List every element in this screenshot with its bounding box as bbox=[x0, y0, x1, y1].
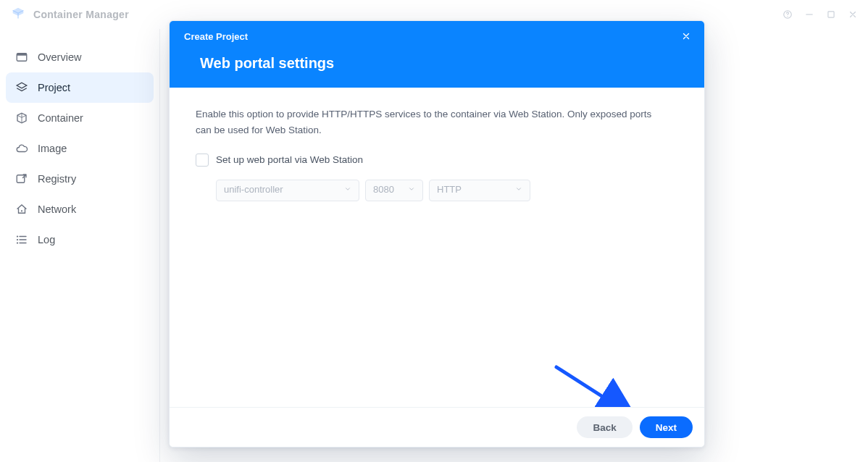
modal-footer: Back Next bbox=[170, 407, 704, 447]
next-button[interactable]: Next bbox=[640, 416, 693, 438]
sidebar-item-label: Registry bbox=[38, 173, 76, 185]
sidebar-item-label: Network bbox=[38, 203, 76, 215]
button-label: Back bbox=[593, 422, 616, 433]
modal-description: Enable this option to provide HTTP/HTTPS… bbox=[196, 106, 659, 138]
sidebar-item-overview[interactable]: Overview bbox=[6, 42, 154, 72]
overview-icon bbox=[14, 50, 29, 64]
sidebar-item-image[interactable]: Image bbox=[6, 133, 154, 164]
svg-rect-2 bbox=[806, 14, 812, 14]
svg-rect-3 bbox=[828, 12, 834, 17]
app-logo-icon bbox=[10, 7, 26, 22]
sidebar-item-label: Overview bbox=[38, 51, 81, 63]
port-select[interactable]: 8080 bbox=[365, 180, 423, 201]
webportal-selects: unifi-controller 8080 HTTP bbox=[216, 180, 678, 201]
svg-point-1 bbox=[787, 16, 788, 17]
home-network-icon bbox=[14, 202, 29, 217]
checkbox-label: Set up web portal via Web Station bbox=[216, 152, 363, 168]
select-value: HTTP bbox=[437, 182, 462, 198]
sidebar-item-network[interactable]: Network bbox=[6, 194, 154, 224]
modal-header: Create Project Web portal settings bbox=[170, 21, 704, 88]
modal-title: Web portal settings bbox=[200, 55, 690, 72]
minimize-icon[interactable] bbox=[804, 9, 814, 20]
svg-rect-6 bbox=[17, 175, 25, 183]
select-value: 8080 bbox=[373, 182, 394, 198]
sidebar-item-registry[interactable]: Registry bbox=[6, 164, 154, 194]
modal-close-button[interactable] bbox=[678, 28, 694, 44]
sidebar-item-label: Image bbox=[38, 143, 67, 154]
wizard-modal: Create Project Web portal settings Enabl… bbox=[169, 20, 705, 448]
svg-point-9 bbox=[17, 239, 18, 240]
window-controls bbox=[783, 9, 858, 20]
close-icon[interactable] bbox=[848, 9, 858, 20]
maximize-icon[interactable] bbox=[826, 9, 836, 20]
layers-icon bbox=[14, 80, 29, 95]
content-area: Create Project Web portal settings Enabl… bbox=[159, 29, 868, 462]
svg-point-8 bbox=[17, 235, 18, 237]
modal-breadcrumb: Create Project bbox=[184, 31, 690, 42]
protocol-select[interactable]: HTTP bbox=[429, 180, 530, 201]
checkbox-icon[interactable] bbox=[196, 154, 209, 167]
webportal-checkbox-row[interactable]: Set up web portal via Web Station bbox=[196, 152, 678, 168]
app-title: Container Manager bbox=[33, 9, 129, 20]
sidebar-item-project[interactable]: Project bbox=[6, 72, 154, 103]
titlebar-left: Container Manager bbox=[10, 7, 129, 22]
button-label: Next bbox=[656, 422, 677, 433]
chevron-down-icon bbox=[408, 182, 415, 198]
window-arrow-icon bbox=[14, 172, 29, 186]
sidebar-item-label: Container bbox=[38, 112, 83, 124]
help-icon[interactable] bbox=[783, 9, 793, 20]
chevron-down-icon bbox=[515, 182, 522, 198]
sidebar-item-label: Project bbox=[38, 82, 70, 93]
sidebar-item-label: Log bbox=[38, 234, 55, 245]
back-button[interactable]: Back bbox=[577, 416, 632, 438]
svg-rect-5 bbox=[17, 54, 27, 56]
sidebar: Overview Project Container Image Registr bbox=[0, 29, 159, 462]
svg-point-7 bbox=[21, 210, 22, 211]
cloud-icon bbox=[14, 141, 29, 156]
chevron-down-icon bbox=[344, 182, 351, 198]
select-value: unifi-controller bbox=[224, 182, 283, 198]
cube-icon bbox=[14, 111, 29, 125]
sidebar-item-log[interactable]: Log bbox=[6, 224, 154, 255]
svg-point-10 bbox=[17, 242, 18, 243]
sidebar-item-container[interactable]: Container bbox=[6, 103, 154, 133]
container-select[interactable]: unifi-controller bbox=[216, 180, 359, 201]
modal-body: Enable this option to provide HTTP/HTTPS… bbox=[170, 88, 704, 209]
list-icon bbox=[14, 232, 29, 247]
